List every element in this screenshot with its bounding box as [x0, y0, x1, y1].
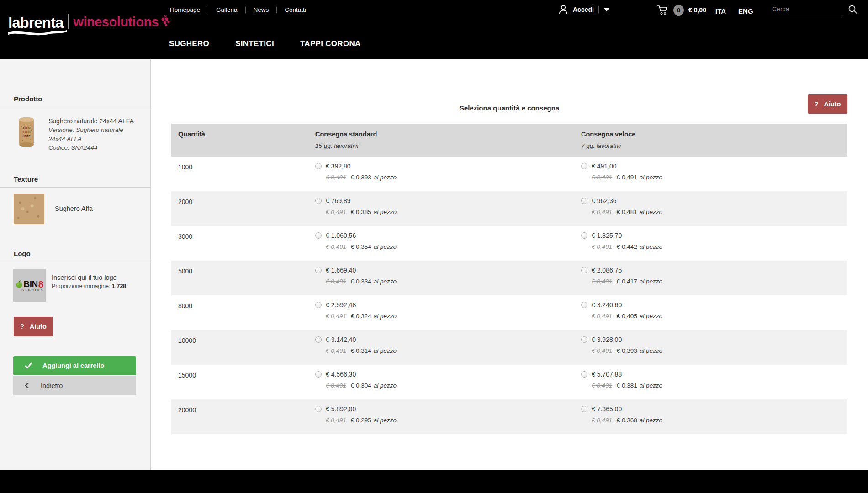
old-unit-price: € 0,491 — [326, 347, 346, 354]
fast-price-radio[interactable] — [581, 232, 587, 239]
fast-price-radio[interactable] — [581, 267, 587, 273]
total-price: € 962,36 — [592, 197, 617, 205]
standard-price-radio[interactable] — [315, 163, 322, 169]
total-price: € 2.086,75 — [592, 267, 622, 274]
unit-suffix: al pezzo — [374, 347, 397, 354]
unit-suffix: al pezzo — [640, 209, 662, 215]
language-switcher: ITA ENG — [715, 7, 753, 15]
fast-price-radio[interactable] — [581, 406, 587, 412]
price-table-header: Quantità Consegna standard 15 gg. lavora… — [171, 124, 847, 157]
top-link-contatti[interactable]: Contatti — [284, 6, 307, 13]
old-unit-price: € 0,491 — [326, 174, 346, 181]
standard-price-radio[interactable] — [315, 371, 322, 378]
user-icon — [558, 5, 568, 15]
cork-product-image: YOUR LOGO HERE — [18, 116, 35, 147]
fast-price-radio[interactable] — [581, 163, 587, 169]
standard-offer-cell: € 5.892,00 € 0,491 € 0,295al pezzo — [315, 399, 581, 434]
fast-price-radio[interactable] — [581, 336, 587, 343]
quantity-cell: 5000 — [171, 261, 315, 295]
fast-price-radio[interactable] — [581, 198, 587, 204]
footer-bar — [0, 470, 868, 493]
price-table-body: 1000 € 392,80 € 0,491 € 0,393al pezzo € … — [171, 157, 847, 434]
table-row: 2000 € 769,89 € 0,491 € 0,385al pezzo € … — [171, 191, 847, 226]
tab-sintetici[interactable]: SINTETICI — [235, 39, 274, 48]
brand-labrenta: labrenta — [8, 14, 63, 31]
old-unit-price: € 0,491 — [592, 347, 612, 354]
standard-price-radio[interactable] — [315, 406, 322, 412]
unit-suffix: al pezzo — [640, 174, 662, 181]
top-link-homepage[interactable]: Homepage — [169, 6, 201, 13]
search-icon[interactable] — [848, 5, 858, 15]
standard-price-radio[interactable] — [315, 198, 322, 204]
table-row: 20000 € 5.892,00 € 0,491 € 0,295al pezzo… — [171, 399, 847, 434]
logo-ratio-value: 1.728 — [112, 283, 126, 289]
lang-eng[interactable]: ENG — [738, 7, 753, 15]
apple-icon — [16, 280, 23, 288]
unit-price: € 0,381 — [615, 382, 637, 389]
old-unit-price: € 0,491 — [592, 417, 612, 424]
search-input[interactable] — [771, 4, 842, 16]
top-link-galleria[interactable]: Galleria — [215, 6, 238, 13]
standard-offer-cell: € 1.060,56 € 0,491 € 0,354al pezzo — [315, 226, 581, 261]
table-row: 1000 € 392,80 € 0,491 € 0,393al pezzo € … — [171, 157, 847, 191]
top-link-news[interactable]: News — [253, 6, 270, 13]
divider — [598, 6, 599, 13]
cart-icon — [657, 5, 669, 16]
cart-total: € 0,00 — [688, 6, 706, 14]
quantity-cell: 15000 — [171, 365, 315, 399]
total-price: € 7.365,00 — [592, 405, 622, 413]
total-price: € 3.240,60 — [592, 301, 622, 309]
total-price: € 5.892,00 — [326, 405, 356, 413]
fast-price-radio[interactable] — [581, 302, 587, 308]
main-help-button[interactable]: ? Aiuto — [808, 94, 847, 114]
unit-price: € 0,393 — [615, 347, 637, 354]
chevron-down-icon[interactable] — [603, 8, 610, 12]
unit-suffix: al pezzo — [374, 209, 397, 215]
texture-summary: Sughero Alfa — [14, 194, 141, 224]
standard-price-radio[interactable] — [315, 336, 322, 343]
standard-offer-cell: € 769,89 € 0,491 € 0,385al pezzo — [315, 191, 581, 226]
back-button[interactable]: Indietro — [13, 376, 136, 395]
total-price: € 1.669,40 — [326, 267, 356, 274]
unit-suffix: al pezzo — [640, 382, 662, 389]
divider — [0, 262, 150, 262]
lang-ita[interactable]: ITA — [715, 7, 726, 15]
standard-price-radio[interactable] — [315, 232, 322, 239]
product-title: Sughero naturale 24x44 ALFA — [48, 116, 141, 126]
logo-hint: Inserisci qui il tuo logo — [52, 274, 126, 281]
unit-price: € 0,304 — [349, 382, 371, 389]
old-unit-price: € 0,491 — [326, 417, 346, 424]
fast-price-radio[interactable] — [581, 371, 587, 378]
unit-price: € 0,442 — [615, 243, 637, 250]
old-unit-price: € 0,491 — [592, 313, 612, 320]
brand-sub-text: winesolutions — [73, 15, 159, 30]
unit-price: € 0,385 — [349, 209, 371, 215]
question-mark-icon: ? — [20, 323, 24, 330]
add-to-cart-button[interactable]: Aggiungi al carrello — [13, 356, 136, 375]
uploaded-logo-image[interactable]: BIN 8 STUDIOS — [13, 269, 46, 302]
brand-swoosh — [8, 30, 67, 36]
standard-price-radio[interactable] — [315, 302, 322, 308]
divider — [208, 7, 208, 13]
cart-area[interactable]: 0 € 0,00 — [657, 5, 706, 16]
total-price: € 769,89 — [326, 197, 351, 205]
tab-tappi-corona[interactable]: TAPPI CORONA — [300, 39, 361, 48]
main-panel: Seleziona quantità e consegna ? Aiuto Qu… — [151, 59, 868, 470]
account-area[interactable]: Accedi — [558, 5, 610, 15]
standard-price-radio[interactable] — [315, 267, 322, 273]
check-icon — [25, 362, 32, 368]
tab-sughero[interactable]: SUGHERO — [169, 39, 209, 48]
texture-section-heading: Texture — [14, 175, 150, 183]
login-button[interactable]: Accedi — [573, 6, 594, 13]
texture-image[interactable] — [14, 194, 44, 224]
product-summary: YOUR LOGO HERE Sughero naturale 24x44 AL… — [18, 116, 141, 152]
old-unit-price: € 0,491 — [592, 382, 612, 389]
unit-price: € 0,334 — [349, 278, 371, 285]
sidebar-help-button[interactable]: ? Aiuto — [14, 317, 53, 336]
fast-offer-cell: € 491,00 € 0,491 € 0,491al pezzo — [581, 157, 847, 191]
total-price: € 5.707,88 — [592, 371, 622, 378]
quantity-cell: 8000 — [171, 295, 315, 330]
divider — [276, 7, 277, 13]
total-price: € 1.060,56 — [326, 232, 356, 239]
brand-logo[interactable]: labrenta winesolutions — [8, 14, 170, 32]
